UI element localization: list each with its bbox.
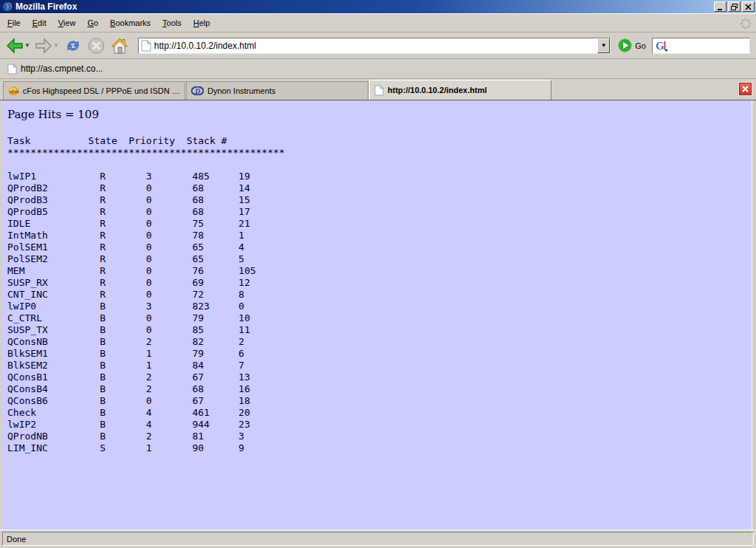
forward-button[interactable]: ▼ (33, 36, 61, 55)
cfos-icon: cFos (8, 86, 19, 96)
url-input[interactable] (154, 39, 597, 52)
close-icon (742, 86, 749, 92)
status-panel: Done (2, 532, 754, 546)
stop-icon (87, 37, 106, 55)
reload-button[interactable] (62, 35, 84, 56)
go-icon (618, 38, 632, 52)
status-bar: Done (0, 530, 756, 548)
svg-text:cFos: cFos (10, 89, 18, 94)
page-hits-text: Page Hits = 109 (7, 108, 756, 121)
task-table: Task State Priority Stack # ************… (7, 135, 756, 454)
tab-label: Dynon Instruments (207, 86, 275, 95)
menu-item-edit[interactable]: Edit (27, 16, 52, 30)
tab-index-active[interactable]: http://10.0.10.2/index.html (369, 80, 551, 100)
tab-label: http://10.0.10.2/index.html (388, 86, 487, 95)
close-window-button[interactable] (742, 1, 755, 12)
bookmarks-toolbar: http://as.cmpnet.co... (0, 59, 756, 79)
back-icon (6, 38, 24, 54)
window-frame-right (752, 100, 756, 530)
page-icon (7, 64, 17, 75)
home-button[interactable] (109, 35, 131, 56)
menu-item-file[interactable]: File (1, 16, 27, 30)
page-icon (141, 40, 151, 52)
tab-label: cFos Highspeed DSL / PPPoE und ISDN CAP.… (23, 86, 180, 95)
menu-item-bookmarks[interactable]: Bookmarks (104, 16, 157, 30)
home-icon (110, 37, 129, 55)
url-dropdown-button[interactable]: ▼ (597, 38, 610, 53)
svg-text:G: G (656, 40, 664, 52)
firefox-icon (2, 1, 13, 12)
tab-strip: cFos cFos Highspeed DSL / PPPoE und ISDN… (0, 79, 756, 100)
back-button[interactable]: ▼ (4, 36, 32, 55)
forward-dropdown-icon[interactable]: ▼ (53, 42, 59, 49)
url-bar: ▼ (138, 38, 611, 54)
back-dropdown-icon[interactable]: ▼ (24, 42, 30, 49)
svg-text:D: D (194, 87, 200, 95)
title-bar: Mozilla Firefox (0, 0, 756, 13)
restore-button[interactable] (728, 1, 740, 12)
menu-item-view[interactable]: View (52, 16, 82, 30)
google-search-icon: G (655, 39, 670, 52)
page-icon (374, 85, 384, 96)
browser-window: Mozilla Firefox FileEditViewGoBookmarksT… (0, 0, 756, 548)
reload-icon (63, 37, 83, 55)
menu-item-help[interactable]: Help (188, 16, 216, 30)
bookmark-label: http://as.cmpnet.co... (21, 64, 103, 74)
dynon-icon: D (191, 86, 204, 95)
navigation-toolbar: ▼ ▼ (0, 32, 756, 59)
window-title: Mozilla Firefox (16, 1, 712, 12)
minimize-button[interactable] (714, 1, 726, 12)
go-button-label: Go (635, 41, 646, 50)
forward-icon (35, 38, 52, 54)
menu-item-go[interactable]: Go (81, 16, 104, 30)
status-text: Done (7, 535, 26, 544)
stop-button[interactable] (86, 35, 107, 56)
menu-item-tools[interactable]: Tools (157, 16, 188, 30)
throbber-icon (740, 18, 752, 30)
go-button[interactable]: Go (618, 38, 646, 52)
menu-bar: FileEditViewGoBookmarksToolsHelp (0, 13, 756, 32)
close-tab-button[interactable] (739, 83, 752, 95)
bookmark-item[interactable]: http://as.cmpnet.co... (4, 62, 106, 76)
tab-cfos[interactable]: cFos cFos Highspeed DSL / PPPoE und ISDN… (3, 81, 185, 100)
tab-dynon[interactable]: D Dynon Instruments (186, 81, 368, 100)
search-box[interactable]: G (652, 38, 750, 54)
page-content: Page Hits = 109 Task State Priority Stac… (0, 100, 756, 530)
